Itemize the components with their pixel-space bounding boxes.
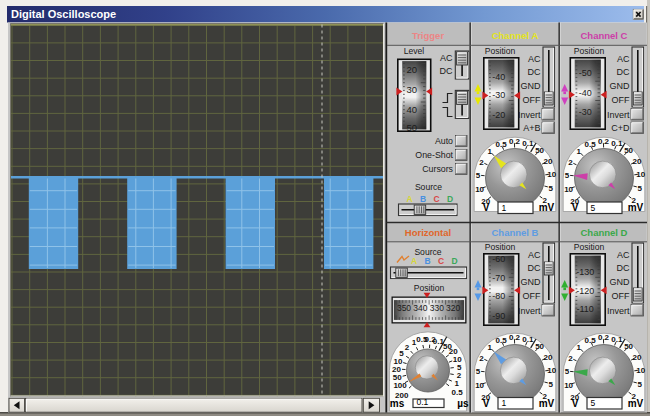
svg-text:5: 5 bbox=[548, 380, 553, 389]
svg-text:1: 1 bbox=[487, 147, 492, 156]
svg-text:5: 5 bbox=[637, 380, 642, 389]
svg-text:0.5: 0.5 bbox=[496, 336, 508, 345]
svg-text:Level: Level bbox=[404, 46, 425, 56]
svg-text:One-Shot: One-Shot bbox=[415, 150, 453, 160]
svg-text:Position: Position bbox=[485, 46, 516, 56]
svg-text:Auto: Auto bbox=[435, 136, 453, 146]
svg-text:1: 1 bbox=[502, 203, 507, 213]
svg-text:DC: DC bbox=[528, 67, 541, 77]
svg-text:DC: DC bbox=[528, 263, 541, 273]
svg-text:0.2: 0.2 bbox=[509, 137, 521, 146]
svg-text:GND: GND bbox=[610, 277, 631, 287]
svg-text:OFF: OFF bbox=[612, 291, 630, 301]
svg-text:GND: GND bbox=[521, 81, 542, 91]
svg-text:2: 2 bbox=[405, 343, 410, 352]
svg-text:OFF: OFF bbox=[523, 291, 541, 301]
svg-text:20: 20 bbox=[632, 157, 641, 166]
svg-text:V: V bbox=[483, 202, 490, 213]
svg-text:340: 340 bbox=[413, 303, 427, 313]
svg-text:10: 10 bbox=[475, 381, 484, 390]
svg-text:10: 10 bbox=[636, 170, 645, 179]
svg-text:V: V bbox=[483, 398, 490, 409]
svg-text:Channel B: Channel B bbox=[492, 227, 539, 238]
svg-text:10: 10 bbox=[547, 170, 556, 179]
svg-text:C+D: C+D bbox=[611, 123, 630, 133]
svg-text:Invert: Invert bbox=[607, 110, 630, 120]
svg-text:5: 5 bbox=[399, 349, 404, 358]
svg-text:5: 5 bbox=[548, 184, 553, 193]
svg-text:Position: Position bbox=[574, 242, 605, 252]
svg-text:C: C bbox=[438, 256, 444, 266]
svg-text:DC: DC bbox=[617, 263, 630, 273]
svg-text:20: 20 bbox=[632, 353, 641, 362]
svg-text:B: B bbox=[420, 194, 426, 204]
svg-text:-40: -40 bbox=[579, 88, 592, 98]
svg-text:D: D bbox=[447, 194, 453, 204]
svg-text:Invert: Invert bbox=[518, 306, 541, 316]
svg-text:Position: Position bbox=[414, 283, 445, 293]
svg-text:Trigger: Trigger bbox=[412, 30, 445, 41]
svg-text:AC: AC bbox=[617, 250, 630, 260]
svg-text:30: 30 bbox=[407, 84, 418, 95]
svg-text:0.5: 0.5 bbox=[585, 336, 597, 345]
svg-text:20: 20 bbox=[407, 64, 418, 75]
svg-text:1: 1 bbox=[576, 343, 581, 352]
svg-text:0.2: 0.2 bbox=[598, 137, 610, 146]
svg-text:10: 10 bbox=[564, 381, 573, 390]
svg-text:5: 5 bbox=[476, 367, 481, 376]
svg-text:1: 1 bbox=[487, 343, 492, 352]
svg-text:-130: -130 bbox=[576, 267, 594, 277]
svg-text:V: V bbox=[572, 202, 579, 213]
svg-text:0.2: 0.2 bbox=[509, 333, 521, 342]
svg-text:50: 50 bbox=[624, 342, 633, 351]
svg-text:Cursors: Cursors bbox=[422, 164, 453, 174]
svg-text:0.1: 0.1 bbox=[522, 139, 534, 148]
svg-text:-40: -40 bbox=[492, 72, 505, 82]
svg-text:1: 1 bbox=[576, 147, 581, 156]
svg-text:0.5: 0.5 bbox=[452, 388, 464, 397]
svg-text:Position: Position bbox=[574, 46, 605, 56]
svg-text:A: A bbox=[411, 256, 417, 266]
svg-text:Invert: Invert bbox=[607, 306, 630, 316]
svg-text:2: 2 bbox=[568, 158, 573, 167]
svg-text:µs: µs bbox=[457, 398, 469, 409]
svg-text:100: 100 bbox=[393, 381, 407, 390]
svg-text:AC: AC bbox=[528, 54, 541, 64]
svg-text:Horizontal: Horizontal bbox=[405, 227, 451, 238]
svg-text:0.1: 0.1 bbox=[611, 139, 623, 148]
svg-text:B: B bbox=[424, 256, 430, 266]
svg-text:320: 320 bbox=[446, 303, 460, 313]
svg-text:-20: -20 bbox=[492, 110, 505, 120]
svg-text:C: C bbox=[433, 194, 439, 204]
svg-text:D: D bbox=[451, 256, 457, 266]
svg-text:AC: AC bbox=[440, 53, 453, 63]
svg-text:20: 20 bbox=[543, 157, 552, 166]
svg-text:50: 50 bbox=[535, 342, 544, 351]
svg-text:350: 350 bbox=[397, 303, 411, 313]
svg-text:Source: Source bbox=[415, 182, 442, 192]
svg-text:mV: mV bbox=[539, 398, 555, 409]
svg-text:10: 10 bbox=[564, 185, 573, 194]
svg-text:0.1: 0.1 bbox=[522, 335, 534, 344]
svg-text:mV: mV bbox=[628, 202, 644, 213]
svg-text:-90: -90 bbox=[492, 311, 505, 321]
svg-text:-30: -30 bbox=[492, 90, 505, 100]
svg-text:Channel A: Channel A bbox=[492, 30, 539, 41]
svg-text:1: 1 bbox=[502, 398, 507, 408]
svg-text:0.5: 0.5 bbox=[585, 140, 597, 149]
svg-text:5: 5 bbox=[591, 398, 596, 408]
svg-text:Position: Position bbox=[485, 242, 516, 252]
svg-text:A: A bbox=[406, 194, 412, 204]
svg-text:2: 2 bbox=[568, 354, 573, 363]
svg-text:2: 2 bbox=[479, 158, 484, 167]
svg-text:-110: -110 bbox=[577, 304, 594, 314]
svg-text:Digital Oscilloscope: Digital Oscilloscope bbox=[11, 8, 116, 20]
svg-text:10: 10 bbox=[547, 366, 556, 375]
svg-text:330: 330 bbox=[430, 303, 444, 313]
svg-text:5: 5 bbox=[637, 184, 642, 193]
svg-text:-50: -50 bbox=[579, 68, 592, 78]
svg-text:GND: GND bbox=[521, 277, 542, 287]
svg-text:OFF: OFF bbox=[523, 95, 541, 105]
svg-text:0.1: 0.1 bbox=[417, 397, 429, 407]
svg-text:5: 5 bbox=[476, 171, 481, 180]
